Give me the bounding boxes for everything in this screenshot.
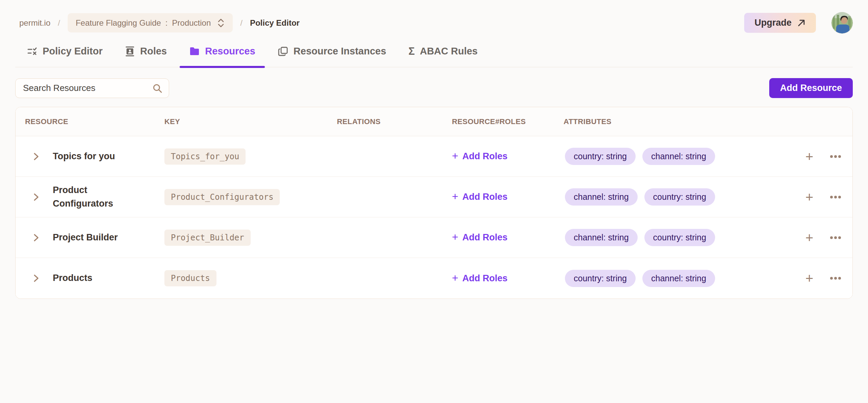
resource-name: Products (53, 271, 164, 285)
breadcrumb-separator: / (58, 18, 60, 28)
resource-name: Topics for you (53, 150, 164, 163)
tab-label: Policy Editor (43, 46, 102, 57)
tab-resource-instances[interactable]: Resource Instances (276, 46, 388, 67)
top-bar: permit.io / Feature Flagging Guide : Pro… (15, 0, 853, 46)
table-row: Topics for you Topics_for_you + Add Role… (16, 136, 852, 177)
search-box (15, 78, 169, 98)
plus-icon: + (452, 232, 458, 242)
column-header-resource-roles: RESOURCE#ROLES (452, 117, 564, 126)
resource-key: Project_Builder (164, 230, 251, 246)
add-action-icon[interactable]: + (804, 150, 815, 163)
table-row: Project Builder Project_Builder + Add Ro… (16, 217, 852, 258)
ellipsis-icon[interactable] (828, 234, 843, 241)
resource-key: Products (164, 270, 216, 286)
environment-selector[interactable]: Feature Flagging Guide : Production (68, 13, 233, 32)
attribute-pill: country: string (644, 229, 715, 246)
plus-icon: + (452, 150, 458, 161)
tab-abac-rules[interactable]: Σ ABAC Rules (407, 46, 479, 67)
attribute-pill: country: string (565, 270, 636, 287)
project-name: Feature Flagging Guide (76, 18, 161, 28)
attribute-pill: channel: string (642, 148, 715, 165)
table-row: Product Configurators Product_Configurat… (16, 177, 852, 217)
add-action-icon[interactable]: + (804, 231, 815, 244)
expand-row-button[interactable] (30, 271, 42, 285)
app: permit.io / Feature Flagging Guide : Pro… (0, 0, 868, 403)
resource-key: Product_Configurators (164, 189, 280, 205)
rules-list-icon (27, 46, 38, 57)
upgrade-button[interactable]: Upgrade (744, 13, 816, 33)
search-input[interactable] (15, 78, 169, 98)
upgrade-label: Upgrade (754, 18, 792, 28)
resource-key: Topics_for_you (164, 148, 246, 165)
sigma-icon: Σ (409, 46, 415, 56)
expand-row-button[interactable] (30, 231, 42, 245)
tab-bar: Policy Editor Roles Resources (15, 46, 853, 67)
resource-name: Project Builder (53, 231, 164, 244)
column-header-relations: RELATIONS (337, 117, 452, 126)
tab-label: Resource Instances (294, 46, 386, 57)
add-roles-button[interactable]: + Add Roles (452, 151, 507, 162)
ellipsis-icon[interactable] (828, 275, 843, 282)
attribute-pill: country: string (644, 188, 715, 206)
chevron-right-icon (32, 192, 40, 202)
attribute-pill: country: string (565, 148, 636, 165)
tab-label: ABAC Rules (420, 46, 478, 57)
arrow-up-right-icon (797, 19, 806, 27)
chevron-up-down-icon (217, 19, 225, 27)
add-action-icon[interactable]: + (804, 271, 815, 285)
ellipsis-icon[interactable] (828, 153, 843, 160)
folder-icon (189, 47, 200, 56)
attribute-pill: channel: string (642, 270, 715, 287)
copies-icon (278, 46, 289, 57)
resources-table: RESOURCE KEY RELATIONS RESOURCE#ROLES AT… (15, 107, 853, 299)
column-header-key: KEY (164, 117, 337, 126)
chevron-right-icon (32, 273, 40, 283)
column-header-resource: RESOURCE (16, 117, 164, 126)
breadcrumb-page: Policy Editor (250, 18, 300, 28)
chevron-right-icon (32, 233, 40, 243)
toolbar: Add Resource (15, 78, 853, 98)
avatar[interactable] (831, 12, 853, 33)
attribute-pill: channel: string (565, 188, 638, 206)
ellipsis-icon[interactable] (828, 194, 843, 200)
attribute-pill: channel: string (565, 229, 638, 246)
plus-icon: + (452, 272, 458, 283)
expand-row-button[interactable] (30, 149, 42, 164)
search-icon[interactable] (152, 83, 162, 93)
add-action-icon[interactable]: + (804, 190, 815, 204)
breadcrumb-separator: / (240, 18, 243, 28)
top-bar-actions: Upgrade (744, 12, 853, 33)
add-roles-button[interactable]: + Add Roles (452, 232, 507, 243)
column-header-attributes: ATTRIBUTES (564, 117, 795, 126)
chevron-right-icon (32, 151, 40, 162)
id-badge-icon (125, 46, 135, 57)
env-colon: : (165, 18, 168, 28)
resource-name: Product Configurators (53, 184, 164, 210)
add-roles-button[interactable]: + Add Roles (452, 273, 507, 284)
add-resource-button[interactable]: Add Resource (769, 78, 853, 98)
tab-label: Roles (140, 46, 167, 57)
environment-name: Production (172, 18, 211, 28)
add-roles-button[interactable]: + Add Roles (452, 192, 507, 202)
plus-icon: + (452, 191, 458, 202)
breadcrumb: permit.io / Feature Flagging Guide : Pro… (19, 13, 300, 32)
tab-policy-editor[interactable]: Policy Editor (25, 46, 104, 67)
tab-roles[interactable]: Roles (123, 46, 168, 67)
expand-row-button[interactable] (30, 190, 42, 204)
tab-label: Resources (205, 46, 255, 57)
table-header: RESOURCE KEY RELATIONS RESOURCE#ROLES AT… (16, 107, 852, 136)
table-row: Products Products + Add Roles country: s… (16, 258, 852, 299)
breadcrumb-org-link[interactable]: permit.io (19, 18, 50, 28)
tab-resources[interactable]: Resources (188, 46, 256, 67)
